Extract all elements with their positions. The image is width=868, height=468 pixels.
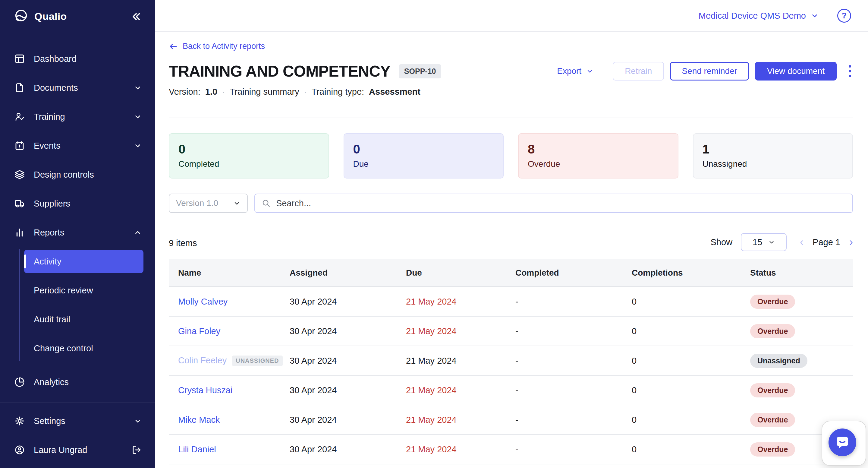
search-input[interactable] — [276, 198, 846, 208]
completions-count: 0 — [632, 415, 750, 425]
completed-date: - — [516, 326, 632, 336]
calendar-alert-icon — [14, 141, 25, 151]
completed-date: - — [516, 385, 632, 395]
chat-launcher-icon[interactable] — [829, 429, 856, 456]
header-actions: Export Retrain Send reminder View docume… — [554, 62, 853, 81]
export-button[interactable]: Export — [554, 62, 596, 81]
sidebar-item-activity[interactable]: Activity — [0, 247, 155, 276]
sidebar-item-dashboard[interactable]: Dashboard — [0, 44, 155, 73]
trainee-link[interactable]: Colin Feeley — [178, 355, 227, 365]
page-size-dropdown[interactable]: 15 — [741, 233, 786, 251]
sidebar-item-label: Events — [34, 141, 61, 151]
chevron-up-icon — [134, 229, 142, 236]
doc-code-badge: SOPP-10 — [399, 64, 441, 79]
due-date: 21 May 2024 — [406, 326, 516, 336]
qualio-logo-icon — [13, 8, 29, 25]
sidebar-item-label: Analytics — [34, 377, 69, 387]
sidebar-item-label: Settings — [34, 416, 65, 426]
assigned-date: 30 Apr 2024 — [290, 326, 406, 336]
col-status: Status — [750, 268, 853, 278]
trainee-link[interactable]: Gina Foley — [178, 326, 220, 336]
sidebar-bottom: Settings Laura Ungrad — [0, 403, 155, 468]
stat-card-completed[interactable]: 0 Completed — [169, 133, 329, 178]
search-box — [254, 194, 853, 213]
logout-icon[interactable] — [132, 445, 142, 455]
sidebar-item-events[interactable]: Events — [0, 131, 155, 160]
qualio-logo[interactable]: Qualio — [13, 8, 67, 25]
more-options-icon[interactable] — [847, 63, 853, 79]
version-filter-dropdown[interactable]: Version 1.0 — [169, 194, 248, 213]
sidebar-collapse-icon[interactable] — [130, 11, 142, 22]
sidebar-item-label: Change control — [34, 344, 93, 353]
completed-date: - — [516, 356, 632, 366]
dashboard-icon — [14, 54, 25, 64]
version-value: 1.0 — [205, 87, 217, 97]
user-check-icon — [14, 112, 25, 122]
sidebar-item-label: Audit trail — [34, 315, 70, 324]
trainee-link[interactable]: Crysta Huszai — [178, 385, 233, 395]
stat-card-overdue[interactable]: 8 Overdue — [518, 133, 678, 178]
account-switcher[interactable]: Medical Device QMS Demo — [699, 11, 818, 21]
trainee-link[interactable]: Molly Calvey — [178, 297, 227, 306]
status-badge: Overdue — [750, 324, 795, 338]
sidebar-item-change-control[interactable]: Change control — [0, 334, 155, 363]
items-count: 9 items — [169, 238, 197, 248]
table-row: Lili Daniel 30 Apr 2024 21 May 2024 - 0 … — [169, 435, 853, 464]
search-icon — [261, 199, 271, 208]
document-meta: Version: 1.0 · Training summary · Traini… — [169, 87, 421, 97]
due-date: 21 May 2024 — [406, 415, 516, 425]
stat-card-due[interactable]: 0 Due — [344, 133, 504, 178]
table-row: Colin FeeleyUNASSIGNED 30 Apr 2024 21 Ma… — [169, 346, 853, 376]
help-icon[interactable]: ? — [837, 9, 851, 23]
sidebar-item-settings[interactable]: Settings — [0, 407, 155, 435]
view-document-button[interactable]: View document — [755, 62, 837, 81]
sidebar-item-training[interactable]: Training — [0, 102, 155, 131]
sidebar-item-user[interactable]: Laura Ungrad — [0, 435, 155, 464]
sidebar-item-label: Periodic review — [34, 286, 93, 295]
trainee-link[interactable]: Mike Mack — [178, 415, 220, 425]
trainee-link[interactable]: Lili Daniel — [178, 444, 216, 454]
table-header: Name Assigned Due Completed Completions … — [169, 259, 853, 287]
sidebar-nav: Dashboard Documents Training — [0, 33, 155, 387]
status-badge: Overdue — [750, 442, 795, 457]
stat-value: 1 — [703, 143, 844, 155]
completions-count: 0 — [632, 356, 750, 366]
sidebar-item-periodic-review[interactable]: Periodic review — [0, 276, 155, 305]
sidebar: Qualio Dashboard Documents — [0, 0, 155, 468]
user-name: Laura Ungrad — [34, 445, 87, 455]
arrow-left-icon — [169, 42, 178, 51]
chevron-down-icon — [768, 239, 775, 245]
sidebar-item-reports[interactable]: Reports — [0, 218, 155, 247]
page-prev-icon[interactable]: ‹ — [800, 236, 804, 248]
completed-date: - — [516, 444, 632, 455]
assigned-date: 30 Apr 2024 — [290, 444, 406, 455]
sidebar-item-label: Dashboard — [34, 54, 76, 64]
sidebar-header: Qualio — [0, 0, 155, 33]
sidebar-item-suppliers[interactable]: Suppliers — [0, 189, 155, 218]
retrain-button[interactable]: Retrain — [613, 62, 664, 81]
col-completions: Completions — [632, 268, 750, 278]
due-date: 21 May 2024 — [406, 356, 516, 366]
chevron-down-icon — [811, 12, 818, 20]
training-type-value: Assessment — [369, 87, 421, 97]
page-next-icon[interactable]: › — [849, 236, 853, 248]
col-due: Due — [406, 268, 516, 278]
col-name: Name — [178, 268, 290, 278]
chevron-down-icon — [134, 417, 142, 425]
back-link[interactable]: Back to Activity reports — [169, 41, 265, 51]
sidebar-item-analytics[interactable]: Analytics — [0, 368, 155, 387]
sidebar-item-design-controls[interactable]: Design controls — [0, 160, 155, 189]
completed-date: - — [516, 415, 632, 425]
completed-date: - — [516, 297, 632, 307]
training-table: Name Assigned Due Completed Completions … — [169, 259, 853, 464]
send-reminder-button[interactable]: Send reminder — [670, 62, 749, 81]
stat-card-unassigned[interactable]: 1 Unassigned — [693, 133, 853, 178]
stat-value: 8 — [528, 143, 669, 155]
sidebar-item-label: Design controls — [34, 170, 94, 180]
table-row: Mike Mack 30 Apr 2024 21 May 2024 - 0 Ov… — [169, 405, 853, 435]
sidebar-item-documents[interactable]: Documents — [0, 73, 155, 102]
sidebar-item-label: Documents — [34, 83, 78, 93]
stat-label: Overdue — [528, 159, 669, 169]
sidebar-item-audit-trail[interactable]: Audit trail — [0, 305, 155, 334]
list-controls: Show 15 ‹ Page 1 › — [711, 233, 853, 252]
